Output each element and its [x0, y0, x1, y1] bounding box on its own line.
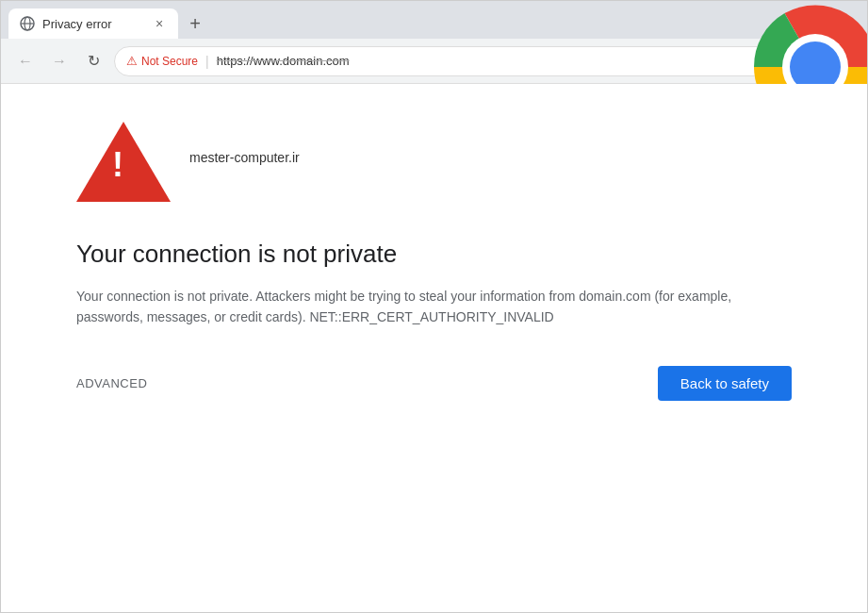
address-separator: |: [205, 54, 209, 69]
not-secure-indicator: ⚠ Not Secure: [126, 54, 198, 68]
new-tab-button[interactable]: +: [182, 10, 208, 37]
warning-icon: ⚠: [126, 54, 138, 68]
page-content: mester-computer.ir Your connection is no…: [1, 84, 867, 612]
url-text: https://www.domain.com: [217, 54, 350, 68]
back-to-safety-button[interactable]: Back to safety: [658, 366, 792, 401]
forward-button[interactable]: →: [46, 48, 73, 75]
main-heading: Your connection is not private: [76, 240, 397, 269]
advanced-link[interactable]: ADVANCED: [76, 376, 147, 390]
not-secure-label: Not Secure: [141, 55, 198, 68]
description: Your connection is not private. Attacker…: [76, 286, 755, 328]
tab-favicon: [20, 16, 35, 31]
actions-row: ADVANCED Back to safety: [76, 366, 792, 401]
back-button[interactable]: ←: [12, 48, 39, 75]
warning-triangle: [76, 122, 171, 202]
domain-name: mester-computer.ir: [189, 150, 300, 165]
reload-button[interactable]: ↻: [80, 48, 106, 75]
tab-close-button[interactable]: ×: [152, 16, 167, 31]
active-tab[interactable]: Privacy error ×: [8, 8, 178, 39]
tab-label: Privacy error: [42, 17, 144, 31]
